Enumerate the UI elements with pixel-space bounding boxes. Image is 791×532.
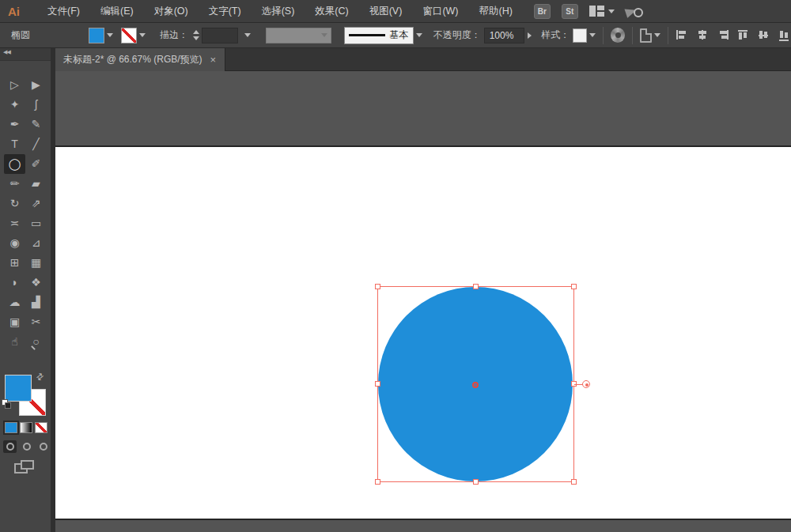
stroke-weight-stepper[interactable] [193, 30, 199, 40]
menu-item-5[interactable]: 效果(C) [305, 0, 358, 23]
stroke-color-control[interactable] [121, 28, 146, 43]
opacity-expand-icon[interactable] [528, 32, 532, 39]
tool-rotate[interactable]: ↻ [4, 194, 25, 213]
selection-handle[interactable] [375, 479, 380, 485]
pen-icon: ✒ [10, 118, 20, 130]
menu-item-0[interactable]: 文件(F) [37, 0, 90, 23]
tool-direct-selection[interactable]: ▷ [4, 75, 25, 95]
selection-handle[interactable] [571, 284, 577, 289]
stroke-weight-label: 描边： [160, 28, 188, 42]
tool-artboard[interactable]: ▣ [4, 312, 25, 332]
selection-handle[interactable] [473, 284, 479, 289]
selection-handle[interactable] [571, 479, 577, 485]
tool-ellipse[interactable]: ◯ [4, 154, 25, 174]
tool-symbol-sprayer[interactable]: ☁ [4, 292, 25, 312]
tool-eraser[interactable]: ▰ [25, 174, 47, 194]
tool-eyedropper[interactable]: ◗ [4, 273, 25, 292]
gradient-icon: ▦ [31, 256, 41, 269]
fill-color-control[interactable] [89, 28, 113, 43]
document-tab[interactable]: 未标题-2* @ 66.67% (RGB/预览) × [54, 48, 225, 71]
workspace-switcher[interactable] [589, 6, 615, 17]
menu-item-4[interactable]: 选择(S) [252, 0, 305, 23]
opacity-field[interactable]: 100% [484, 28, 525, 43]
screen-mode-button[interactable] [14, 460, 35, 474]
draw-normal-button[interactable] [3, 440, 17, 453]
style-label: 样式： [541, 28, 570, 42]
tool-pencil[interactable]: ✏ [4, 174, 25, 194]
brush-dropdown[interactable] [414, 28, 426, 43]
fill-gradient-button[interactable] [20, 422, 32, 433]
vertical-align-center-icon[interactable] [758, 29, 770, 42]
tool-slice[interactable]: ✂ [25, 312, 47, 332]
menu-item-2[interactable]: 对象(O) [144, 0, 199, 23]
tool-type[interactable]: T [4, 134, 25, 154]
fill-none-button[interactable] [35, 422, 47, 433]
horizontal-align-left-icon[interactable] [676, 29, 688, 42]
app-logo: Ai [8, 5, 20, 18]
tool-paintbrush[interactable]: ✐ [25, 154, 47, 174]
artboard[interactable] [55, 145, 791, 520]
fill-swatch[interactable] [89, 28, 104, 43]
stepper-down-icon[interactable] [193, 36, 199, 40]
horizontal-align-right-icon[interactable] [717, 29, 729, 42]
style-control[interactable] [573, 28, 596, 43]
menu-item-6[interactable]: 视图(V) [359, 0, 413, 23]
draw-behind-button[interactable] [20, 440, 33, 453]
selection-handle[interactable] [375, 284, 380, 289]
fill-color-button[interactable] [5, 422, 17, 433]
tool-shape-builder[interactable]: ◉ [4, 233, 25, 253]
document-setup-control[interactable] [640, 28, 660, 43]
tool-hand[interactable]: ☝ [4, 332, 25, 352]
share-icon[interactable] [626, 4, 643, 18]
rotate-widget-handle[interactable] [582, 380, 590, 388]
tool-mesh[interactable]: ⊞ [4, 253, 25, 273]
tool-magic-wand[interactable]: ✦ [4, 95, 25, 115]
stock-icon[interactable]: St [562, 4, 578, 19]
menu-item-1[interactable]: 编辑(E) [90, 0, 144, 23]
collapse-panel-icon[interactable]: ◀◀ [3, 49, 10, 55]
tool-selection[interactable]: ▶ [25, 75, 47, 95]
stroke-swatch[interactable] [121, 28, 137, 43]
swap-fill-stroke-icon[interactable]: ⇄ [34, 371, 46, 383]
stroke-weight-dropdown[interactable] [241, 28, 253, 43]
brush-definition-control[interactable]: 基本 [344, 27, 413, 44]
tool-zoom[interactable]: ○ [25, 332, 47, 352]
draw-inside-button[interactable] [36, 440, 50, 453]
tools-panel: ▷▶✦ʃ✒✎T╱◯✐✏▰↻⇗≍▭◉⊿⊞▦◗❖☁▟▣✂☝○ ⇄ [0, 60, 51, 532]
fill-proxy[interactable] [5, 375, 32, 402]
fill-stroke-block: ⇄ [0, 368, 51, 423]
bridge-icon[interactable]: Br [534, 4, 551, 19]
tool-blend[interactable]: ❖ [25, 273, 47, 292]
tool-gradient[interactable]: ▦ [25, 253, 47, 273]
eraser-icon: ▰ [32, 177, 40, 190]
close-icon[interactable]: × [210, 55, 217, 65]
tool-brush-pen[interactable]: ✎ [25, 115, 47, 134]
tool-graph[interactable]: ▟ [25, 292, 47, 312]
variable-width-profile-dropdown[interactable] [266, 28, 331, 43]
tool-line-segment[interactable]: ╱ [25, 134, 47, 154]
canvas-area[interactable] [55, 71, 791, 532]
default-fill-stroke-icon[interactable] [2, 399, 11, 409]
menu-item-8[interactable]: 帮助(H) [469, 0, 523, 23]
stroke-weight-field[interactable] [202, 28, 238, 43]
paintbrush-icon: ✐ [32, 157, 41, 170]
shape-center-point[interactable] [472, 382, 479, 388]
tool-lasso[interactable]: ʃ [25, 95, 47, 115]
screen-rect-icon [21, 460, 34, 470]
recolor-artwork-icon[interactable] [611, 28, 625, 43]
stepper-up-icon[interactable] [193, 30, 199, 34]
tool-free-transform[interactable]: ▭ [25, 213, 47, 233]
draw-normal-icon [6, 443, 14, 451]
selection-handle[interactable] [473, 479, 479, 485]
tool-width[interactable]: ≍ [4, 213, 25, 233]
vertical-align-top-icon[interactable] [737, 29, 750, 42]
selection-handle[interactable] [375, 381, 380, 387]
menu-item-3[interactable]: 文字(T) [199, 0, 252, 23]
style-swatch[interactable] [573, 28, 587, 43]
tool-perspective-grid[interactable]: ⊿ [25, 233, 47, 253]
horizontal-align-center-icon[interactable] [696, 29, 709, 42]
tool-scale[interactable]: ⇗ [25, 194, 47, 213]
vertical-align-bottom-icon[interactable] [778, 29, 791, 42]
menu-item-7[interactable]: 窗口(W) [412, 0, 468, 23]
tool-pen[interactable]: ✒ [4, 115, 25, 134]
